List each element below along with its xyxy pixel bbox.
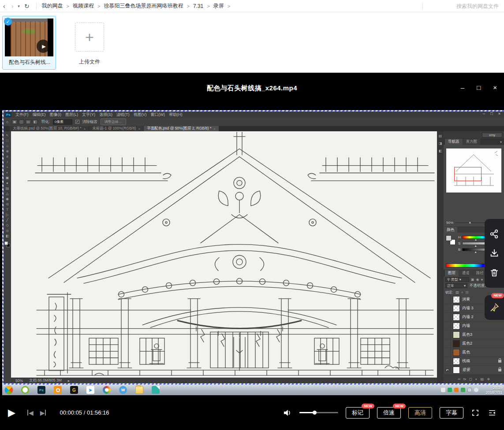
tool-icon: ◎	[6, 228, 9, 234]
tab-close-icon: ×	[84, 127, 86, 131]
ps-menu-bar: Ps 文件(F) 编辑(E) 图像(I) 图层(L) 文字(Y) 选择(S) 滤…	[4, 111, 504, 118]
menu-window: 窗口(W)	[151, 112, 165, 118]
upload-file-button[interactable]: +	[75, 22, 104, 52]
tool-icon: □	[6, 138, 8, 144]
breadcrumb-separator: >	[205, 4, 211, 9]
status-arrow-icon: ▸	[68, 378, 70, 383]
volume-knob[interactable]	[313, 411, 317, 415]
delete-icon[interactable]	[489, 268, 499, 278]
layer-row: 背景	[444, 366, 504, 374]
breadcrumb-separator: >	[226, 4, 232, 9]
layer-lock-icon	[498, 369, 501, 371]
breadcrumb-separator: >	[96, 4, 102, 9]
explorer-folder-icon	[135, 386, 143, 394]
dock-panel-icon: ◧	[439, 149, 442, 153]
minimize-icon[interactable]: –	[461, 84, 464, 91]
taskbar-clock: 20:192018/7/31	[479, 386, 502, 395]
volume-slider[interactable]	[299, 412, 338, 413]
menu-type: 文字(Y)	[82, 112, 95, 118]
breadcrumb-recording[interactable]: 录屏	[212, 2, 226, 10]
selected-check-icon[interactable]: ✓	[4, 18, 12, 26]
breadcrumb-date[interactable]: 7.31	[191, 3, 205, 9]
breadcrumb-my-drive[interactable]: 我的网盘	[40, 2, 65, 10]
selection-mode-icon: ▤	[25, 119, 31, 124]
ps-status-bar: 50% 文档:66.0M/805.3M ▸	[11, 378, 437, 383]
layer-thumbnail	[453, 322, 460, 330]
menu-select: 选择(S)	[99, 112, 112, 118]
download-icon[interactable]	[489, 248, 499, 258]
close-icon[interactable]: ×	[493, 84, 497, 91]
navigator-view-box	[454, 167, 482, 181]
tool-icon: ◧	[6, 234, 9, 239]
tool-icon: ⊙	[6, 202, 9, 207]
volume-icon[interactable]	[283, 409, 292, 417]
breadcrumb-course-name[interactable]: 徐慕阳三叠色场景原画网络班教程	[102, 2, 185, 10]
document-size: 文档:66.0M/805.3M	[29, 378, 62, 383]
tray-volume-icon	[474, 388, 478, 392]
lock-option-icon: +	[461, 290, 463, 294]
tab-close-icon: ×	[138, 127, 141, 131]
ps-document-tabs: 大墨线稿.psd @ 50%(图层 10, RGB/8#) *× 未标题-1 @…	[4, 126, 504, 131]
forward-icon[interactable]: ›	[8, 3, 17, 10]
quality-button[interactable]: 高清	[408, 407, 432, 419]
video-file-tile[interactable]: ▶ ✓ 配色与石头树线...	[2, 16, 56, 70]
tool-icon: ⊕	[6, 149, 9, 154]
start-button-icon	[5, 386, 13, 394]
opacity-label: 不透明度:	[470, 283, 485, 289]
antialias-checkbox: ✓	[75, 120, 79, 124]
layers-panel-footer: ∞ fx ◻ ◐ ▤ ⊕	[444, 374, 504, 383]
fullscreen-button[interactable]	[471, 409, 480, 417]
windows-taskbar: Ps G ➤ W 20:192018/7/31	[2, 385, 504, 395]
subtitle-button[interactable]: 字幕	[440, 407, 463, 419]
tool-icon: ↖	[6, 133, 9, 138]
ps-toolbox: ↖ □ ○ ⊕ # / + ◐ ▣ ● ▤ △ ◉ ⊙ T ▷ ╱ ◇ ◎ ◧	[4, 131, 11, 383]
play-overlay-icon[interactable]: ▶	[37, 40, 50, 53]
menu-view: 视图(V)	[134, 112, 147, 118]
tool-icon: ○	[6, 144, 8, 149]
layer-thumbnail	[453, 358, 460, 365]
zoom-level: 50%	[15, 378, 23, 383]
panel-menu-icon: ▾	[500, 140, 502, 144]
new-badge: NEW	[393, 404, 406, 409]
search-input[interactable]: 搜索我的网盘文件	[419, 0, 499, 12]
maximize-icon[interactable]: □	[477, 84, 481, 91]
tray-icon	[454, 388, 459, 392]
footer-icon: fx	[463, 377, 466, 381]
fg-bg-swatches	[446, 235, 455, 245]
layer-row: 内墙	[444, 322, 504, 330]
playlist-button[interactable]	[487, 409, 497, 417]
next-button[interactable]: ▶	[40, 409, 47, 416]
navigator-panel: 50% ▲	[444, 145, 504, 226]
menu-edit: 编辑(E)	[33, 112, 46, 118]
divider	[36, 3, 37, 10]
breadcrumb-separator: >	[185, 4, 191, 9]
dock-panel-icon: ▤	[439, 134, 442, 138]
play-button[interactable]: ▶	[8, 407, 15, 419]
tray-shield-icon	[461, 388, 465, 392]
mark-button[interactable]: 标记NEW	[346, 407, 370, 419]
feather-label: 羽化:	[41, 119, 49, 125]
blend-mode-select: 正常▾	[445, 283, 467, 288]
selection-mode-icon: ◫	[19, 119, 25, 124]
share-icon[interactable]	[489, 229, 499, 239]
selection-mode-icon: ▣	[11, 119, 18, 124]
refresh-icon[interactable]: ↻	[21, 3, 33, 10]
pin-collect-button[interactable]: NEW	[485, 295, 504, 320]
back-icon[interactable]: ‹	[0, 3, 8, 10]
lock-option-icon: ▨	[455, 290, 459, 294]
speed-button[interactable]: 倍速NEW	[377, 407, 401, 419]
g-app-icon: G	[70, 386, 78, 394]
previous-button[interactable]: ◀	[27, 409, 34, 416]
video-thumbnail[interactable]: ▶	[5, 19, 53, 56]
tray-icon	[448, 388, 452, 392]
menu-image: 图像(I)	[50, 112, 62, 118]
notes-app-icon	[152, 386, 160, 394]
tool-icon: #	[6, 154, 8, 159]
system-tray	[441, 385, 478, 395]
history-dropdown-icon[interactable]: ▾	[16, 4, 21, 8]
footer-icon: ▤	[481, 377, 484, 381]
video-frame-photoshop[interactable]: Ps 文件(F) 编辑(E) 图像(I) 图层(L) 文字(Y) 选择(S) 滤…	[2, 110, 504, 385]
tool-icon: ▣	[6, 175, 9, 181]
time-display: 00:00:05 / 01:56:16	[60, 409, 109, 416]
breadcrumb-video-course[interactable]: 视频课程	[71, 2, 96, 10]
